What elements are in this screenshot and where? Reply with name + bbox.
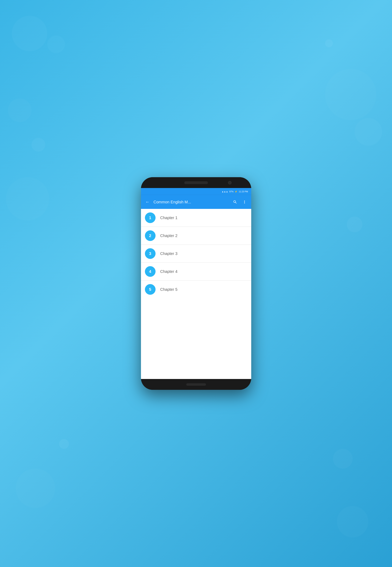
status-time: 11:23 PM bbox=[239, 190, 248, 193]
camera bbox=[228, 181, 232, 184]
chapter-list: 1 Chapter 1 2 Chapter 2 3 Chapter 3 4 Ch… bbox=[141, 209, 251, 379]
phone-bottom-bar bbox=[141, 379, 251, 390]
chapter-2-label: Chapter 2 bbox=[160, 234, 178, 238]
screen: ▲▲▲ 97% ⚡ 11:23 PM ← Common English M... bbox=[141, 188, 251, 379]
speaker bbox=[184, 181, 208, 184]
more-icon bbox=[242, 200, 247, 204]
app-bar: ← Common English M... bbox=[141, 195, 251, 209]
battery-percent: 97% bbox=[229, 190, 234, 193]
chapter-3-item[interactable]: 3 Chapter 3 bbox=[141, 245, 251, 263]
chapter-4-badge: 4 bbox=[145, 266, 155, 277]
back-button[interactable]: ← bbox=[144, 198, 151, 206]
chapter-5-label: Chapter 5 bbox=[160, 287, 178, 292]
search-button[interactable] bbox=[232, 198, 239, 206]
signal-icon: ▲▲▲ bbox=[222, 190, 228, 193]
status-bar: ▲▲▲ 97% ⚡ 11:23 PM bbox=[141, 188, 251, 195]
chapter-4-item[interactable]: 4 Chapter 4 bbox=[141, 263, 251, 280]
home-button bbox=[186, 383, 206, 386]
chapter-2-item[interactable]: 2 Chapter 2 bbox=[141, 227, 251, 245]
app-title: Common English M... bbox=[154, 200, 229, 204]
phone-device: ▲▲▲ 97% ⚡ 11:23 PM ← Common English M... bbox=[141, 177, 251, 390]
chapter-1-item[interactable]: 1 Chapter 1 bbox=[141, 209, 251, 227]
chapter-5-badge: 5 bbox=[145, 284, 155, 295]
chapter-1-label: Chapter 1 bbox=[160, 216, 178, 220]
chapter-3-badge: 3 bbox=[145, 248, 155, 259]
more-button[interactable] bbox=[241, 198, 248, 206]
chapter-5-item[interactable]: 5 Chapter 5 bbox=[141, 280, 251, 298]
chapter-3-label: Chapter 3 bbox=[160, 251, 178, 256]
search-icon bbox=[233, 200, 237, 204]
chapter-1-badge: 1 bbox=[145, 212, 155, 223]
battery-icon: ⚡ bbox=[235, 190, 238, 193]
chapter-4-label: Chapter 4 bbox=[160, 269, 178, 274]
chapter-2-badge: 2 bbox=[145, 230, 155, 241]
phone-top-bar bbox=[141, 177, 251, 188]
